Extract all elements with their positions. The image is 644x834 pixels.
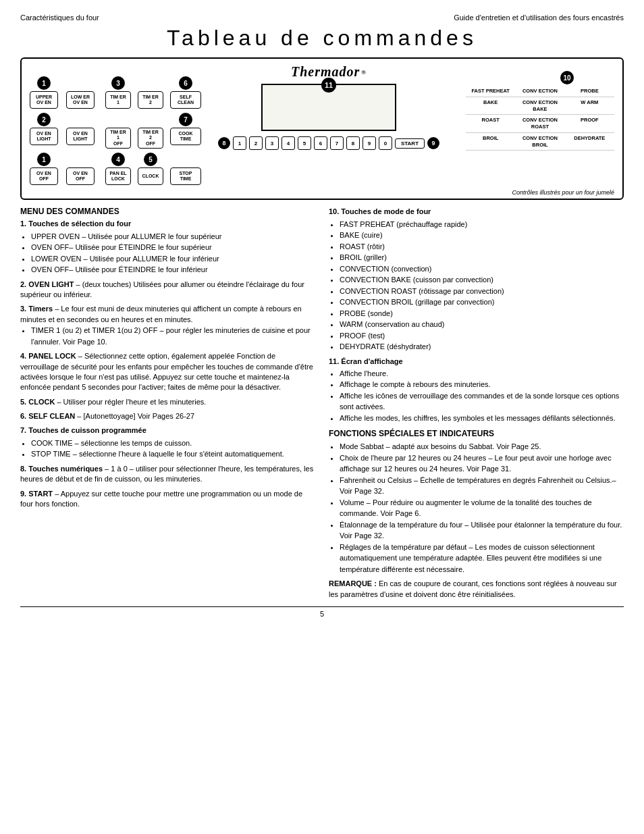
remarque: REMARQUE : En cas de coupure de courant,…: [329, 579, 624, 600]
lower-oven-btn[interactable]: 1 LOW EROV EN: [66, 76, 95, 109]
bullet: DEHYDRATE (déshydrater): [340, 341, 624, 353]
timer1-btn[interactable]: 3 TIM ER 1: [105, 76, 131, 109]
right-row-3: ROAST CONV ECTIONROAST PROOF: [466, 115, 614, 133]
oven-light2-btn[interactable]: 2 OV ENLIGHT: [66, 113, 95, 145]
timer1-off-btn[interactable]: 3 TIM ER 1OFF: [105, 113, 131, 149]
page-title: Tableau de commandes: [20, 26, 624, 51]
bullet: PROOF (test): [340, 330, 624, 342]
bullet: Choix de l'heure par 12 heures ou 24 heu…: [340, 452, 624, 475]
right-panel: 10 FAST PREHEAT CONV ECTION PROBE BAKE C…: [466, 64, 614, 188]
bullet: CONVECTION BROIL (grillage par convectio…: [340, 296, 624, 308]
key-7[interactable]: 7: [330, 136, 344, 150]
key-2[interactable]: 2: [249, 136, 263, 150]
right-circle-10: 10: [560, 71, 574, 84]
oven-light1-btn[interactable]: 2 OV ENLIGHT: [30, 113, 58, 145]
bullet: Volume – Pour réduire ou augmenter le vo…: [340, 497, 624, 519]
bullet: Affiche l'heure.: [340, 368, 624, 380]
diagram-caption: Contrôles illustrés pour un four jumelé: [30, 189, 614, 196]
menu-title: MENU DES COMMANDES: [20, 207, 315, 216]
menu-item-3: 3. Timers – Le four est muni de deux min…: [20, 304, 315, 347]
left-column: MENU DES COMMANDES 1. Touches de sélecti…: [20, 207, 315, 600]
key-6[interactable]: 6: [314, 136, 327, 150]
bullet: ROAST (rôtir): [340, 241, 624, 253]
bullet: CONVECTION (convection): [340, 263, 624, 275]
bullet: Affichage le compte à rebours des minute…: [340, 379, 624, 390]
menu-item-2: 2. OVEN LIGHT – (deux touches) Utilisées…: [20, 280, 315, 301]
bullet: Affiche les icônes de verrouillage des c…: [340, 390, 624, 413]
item11-bullets: Affiche l'heure. Affichage le compte à r…: [329, 368, 624, 424]
key-4[interactable]: 4: [281, 136, 295, 150]
display-circle-11: 11: [321, 78, 336, 93]
bullet: Fahrenheit ou Celsius – Échelle de tempé…: [340, 475, 624, 497]
item10-bullets: FAST PREHEAT (préchauffage rapide) BAKE …: [329, 219, 624, 353]
menu-item-7: 7. Touches de cuisson programmée COOK TI…: [20, 425, 315, 459]
page-number: 5: [20, 606, 624, 618]
timer2-off-btn[interactable]: 3 TIM ER 2OFF: [138, 113, 163, 149]
bullet: STOP TIME – sélectionne l'heure à laquel…: [31, 448, 315, 460]
item7-bullets: COOK TIME – sélectionne les temps de cui…: [20, 438, 315, 460]
key-3[interactable]: 3: [265, 136, 279, 150]
numeric-circle-8: 8: [218, 137, 230, 149]
key-1[interactable]: 1: [233, 136, 246, 150]
right-item-11: 11. Écran d'affichage Affiche l'heure. A…: [329, 357, 624, 424]
bullet: Mode Sabbat – adapté aux besoins du Sabb…: [340, 441, 624, 452]
right-row-1: FAST PREHEAT CONV ECTION PROBE: [466, 86, 614, 97]
panel-lock-btn[interactable]: 4 PAN ELLOCK: [105, 153, 131, 185]
left-panel: 1 UPPEROV EN 1 LOW EROV EN 3 TIM ER 1: [30, 64, 192, 188]
menu-item-9: 9. START – Appuyez sur cette touche pour…: [20, 489, 315, 510]
self-clean-btn[interactable]: 6 SELF CLEAN: [170, 76, 201, 109]
oven-off1-btn[interactable]: 1 OV ENOFF: [30, 153, 58, 185]
item1-bullets: UPPER OVEN – Utilisée pour ALLUMER le fo…: [20, 231, 315, 276]
oven-off2-btn[interactable]: 1 OV ENOFF: [66, 153, 95, 185]
bullet: BAKE (cuire): [340, 230, 624, 241]
bullet: Étalonnage de la température du four – U…: [340, 519, 624, 542]
bullet: UPPER OVEN – Utilisée pour ALLUMER le fo…: [31, 231, 315, 242]
bullet: OVEN OFF– Utilisée pour ÉTEINDRE le four…: [31, 264, 315, 276]
bullet: Réglages de la température par défaut – …: [340, 542, 624, 575]
numeric-row: 8 1 2 3 4 5 6 7 8 9 0 START 9: [218, 136, 439, 150]
start-btn[interactable]: START: [395, 138, 425, 149]
bullet: TIMER 1 (ou 2) et TIMER 1(ou 2) OFF – po…: [31, 325, 315, 347]
key-9[interactable]: 9: [363, 136, 376, 150]
right-item-10: 10. Touches de mode de four FAST PREHEAT…: [329, 207, 624, 352]
item3-sub-bullets: TIMER 1 (ou 2) et TIMER 1(ou 2) OFF – po…: [20, 325, 315, 347]
right-column: 10. Touches de mode de four FAST PREHEAT…: [329, 207, 624, 600]
upper-oven-btn[interactable]: 1 UPPEROV EN: [30, 76, 58, 109]
diagram-box: 1 UPPEROV EN 1 LOW EROV EN 3 TIM ER 1: [20, 57, 624, 200]
bullet: OVEN OFF– Utilisée pour ÉTEINDRE le four…: [31, 242, 315, 253]
bullet: PROBE (sonde): [340, 308, 624, 319]
fonctions-title: FONCTIONS SPÉCIALES ET INDICATEURS: [329, 429, 624, 438]
menu-item-1: 1. Touches de sélection du four UPPER OV…: [20, 219, 315, 275]
key-0[interactable]: 0: [379, 136, 392, 150]
bullet: FAST PREHEAT (préchauffage rapide): [340, 219, 624, 230]
timer2-btn[interactable]: 3 TIM ER 2: [138, 76, 163, 109]
right-row-4: BROIL CONV ECTIONBROIL DEHYDRATE: [466, 133, 614, 151]
menu-item-6: 6. SELF CLEAN – [Autonettoyage] Voir Pag…: [20, 411, 315, 421]
bullet: CONVECTION BAKE (cuisson par convection): [340, 274, 624, 286]
header-left: Caractéristiques du four: [20, 14, 99, 22]
header-right: Guide d'entretien et d'utilisation des f…: [454, 14, 624, 22]
middle-panel: Thermador® 11 8 1 2 3 4 5 6 7 8 9 0 STAR…: [192, 64, 466, 188]
bullet: CONVECTION ROAST (rôtissage par convecti…: [340, 286, 624, 297]
right-row-2: BAKE CONV ECTIONBAKE W ARM: [466, 97, 614, 115]
fonctions-bullets: Mode Sabbat – adapté aux besoins du Sabb…: [329, 441, 624, 575]
bullet: WARM (conservation au chaud): [340, 319, 624, 330]
bullet: Affiche les modes, les chiffres, les sym…: [340, 413, 624, 424]
content-area: MENU DES COMMANDES 1. Touches de sélecti…: [20, 207, 624, 600]
page-header: Caractéristiques du four Guide d'entreti…: [20, 14, 624, 22]
key-8[interactable]: 8: [346, 136, 360, 150]
display-screen: 11: [261, 84, 396, 131]
menu-item-8: 8. Touches numériques – 1 à 0 – utiliser…: [20, 464, 315, 485]
bullet: LOWER OVEN – Utilisée pour ALLUMER le fo…: [31, 253, 315, 265]
key-5[interactable]: 5: [298, 136, 311, 150]
stop-time-btn[interactable]: 7 STOPTIME: [170, 153, 201, 185]
menu-item-4: 4. PANEL LOCK – Sélectionnez cette optio…: [20, 351, 315, 393]
start-circle-9: 9: [427, 137, 439, 149]
menu-item-5: 5. CLOCK – Utiliser pour régler l'heure …: [20, 397, 315, 407]
bullet: COOK TIME – sélectionne les temps de cui…: [31, 438, 315, 449]
cook-time-btn[interactable]: 7 COOKTIME: [170, 113, 201, 145]
bullet: BROIL (griller): [340, 252, 624, 263]
clock-btn[interactable]: 5 CLOCK: [138, 153, 163, 185]
